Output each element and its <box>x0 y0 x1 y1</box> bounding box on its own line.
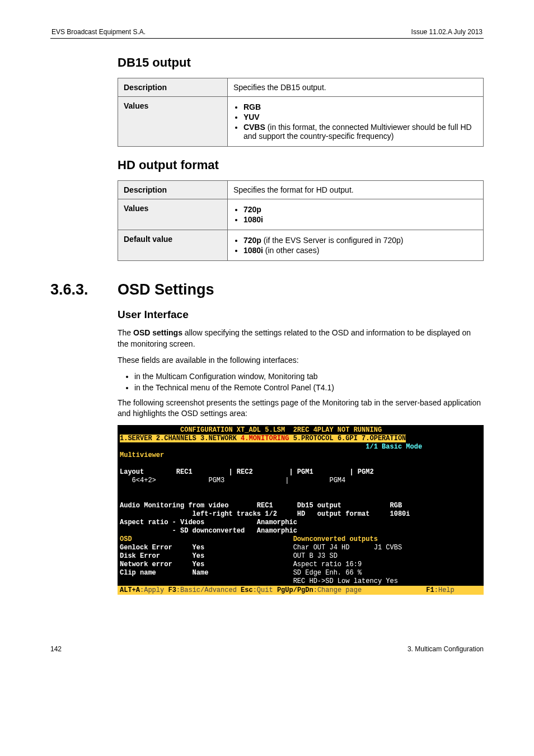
term-line: 6<4+2> PGM3 | PGM4 <box>120 477 345 484</box>
cell-value: Specifies the DB15 output. <box>227 78 483 97</box>
cell-label: Values <box>118 97 228 147</box>
term-line: Audio Monitoring from video REC1 Db15 ou… <box>120 502 402 510</box>
cell-label: Description <box>118 78 228 97</box>
header-left: EVS Broadcast Equipment S.A. <box>51 28 146 36</box>
hd-heading: HD output format <box>118 158 484 172</box>
term-line: OUT B J3 SD <box>293 552 338 560</box>
term-line: Clip name Name <box>120 569 293 577</box>
term-line: REC HD->SD Low latency Yes <box>293 577 398 585</box>
value-item: 1080i <box>243 246 263 255</box>
hd-table: Description Specifies the format for HD … <box>118 180 484 261</box>
cell-value: 720p (if the EVS Server is configured in… <box>227 230 483 261</box>
page-header: EVS Broadcast Equipment S.A. Issue 11.02… <box>50 28 484 39</box>
db15-table: Description Specifies the DB15 output. V… <box>118 78 484 147</box>
value-note: (if the EVS Server is configured in 720p… <box>261 236 404 245</box>
value-item: 720p <box>243 236 261 245</box>
term-line: Network error Yes <box>120 561 293 568</box>
term-tabs: 5.PROTOCOL 6.GPI 7.OPERATION <box>289 435 406 442</box>
paragraph: The following screenshot presents the se… <box>118 398 484 419</box>
term-line: SD Edge Enh. 66 % <box>293 569 362 577</box>
value-item: CVBS <box>243 123 265 132</box>
value-item: YUV <box>243 113 260 122</box>
term-line <box>120 577 293 585</box>
terminal-footer: ALT+A:Apply F3:Basic/Advanced Esc:Quit P… <box>118 586 484 595</box>
cell-label: Default value <box>118 230 228 261</box>
term-line: left-right tracks 1/2 HD output format 1… <box>120 510 410 518</box>
term-line: Aspect ratio - Videos Anamorphic <box>120 519 297 526</box>
term-tab-active: 4.MONITORING <box>241 435 289 442</box>
cell-value: Specifies the format for HD output. <box>227 181 483 199</box>
cell-value: 720p 1080i <box>227 199 483 230</box>
cell-value: RGB YUV CVBS (in this format, the connec… <box>227 97 483 147</box>
term-line: - SD downconverted Anamorphic <box>120 527 297 535</box>
list-item: in the Technical menu of the Remote Cont… <box>134 383 484 392</box>
page-footer: 142 3. Multicam Configuration <box>50 645 484 653</box>
term-line: Layout REC1 | REC2 | PGM1 | PGM2 <box>120 468 374 476</box>
section-title: OSD Settings <box>118 281 214 298</box>
term-title: CONFIGURATION XT_ADL 5.LSM 2REC 4PLAY NO… <box>120 426 382 434</box>
db15-heading: DB15 output <box>118 55 484 70</box>
term-downconv-label: Downconverted outputs <box>293 535 378 543</box>
list-item: in the Multicam Configuration window, Mo… <box>134 372 484 381</box>
term-mode: 1/1 Basic Mode <box>120 443 422 451</box>
term-line: Disk Error Yes <box>120 552 293 560</box>
section-number: 3.6.3. <box>50 281 118 298</box>
terminal-screenshot: CONFIGURATION XT_ADL 5.LSM 2REC 4PLAY NO… <box>118 425 484 586</box>
value-note: (in other cases) <box>263 246 319 255</box>
term-tabs: 1.SERVER 2.CHANNELS 3.NETWORK <box>120 435 241 442</box>
ui-heading: User Interface <box>118 309 484 321</box>
term-osd-label: OSD <box>120 535 293 543</box>
value-item: 720p <box>243 205 261 214</box>
term-line: Genlock Error Yes <box>120 544 293 552</box>
interface-list: in the Multicam Configuration window, Mo… <box>118 372 484 392</box>
paragraph: These fields are available in the follow… <box>118 355 484 366</box>
footer-section: 3. Multicam Configuration <box>407 645 484 653</box>
value-note: (in this format, the connected Multiview… <box>243 123 472 141</box>
value-item: RGB <box>243 102 261 111</box>
value-item: 1080i <box>243 215 263 224</box>
term-line: Char OUT J4 HD J1 CVBS <box>293 544 402 552</box>
term-section: Multiviewer <box>120 451 164 459</box>
page-number: 142 <box>50 645 62 653</box>
cell-label: Description <box>118 181 228 199</box>
paragraph: The OSD settings allow specifying the se… <box>118 328 484 349</box>
term-line: Aspect ratio 16:9 <box>293 561 362 568</box>
cell-label: Values <box>118 199 228 230</box>
header-right: Issue 11.02.A July 2013 <box>411 28 483 36</box>
